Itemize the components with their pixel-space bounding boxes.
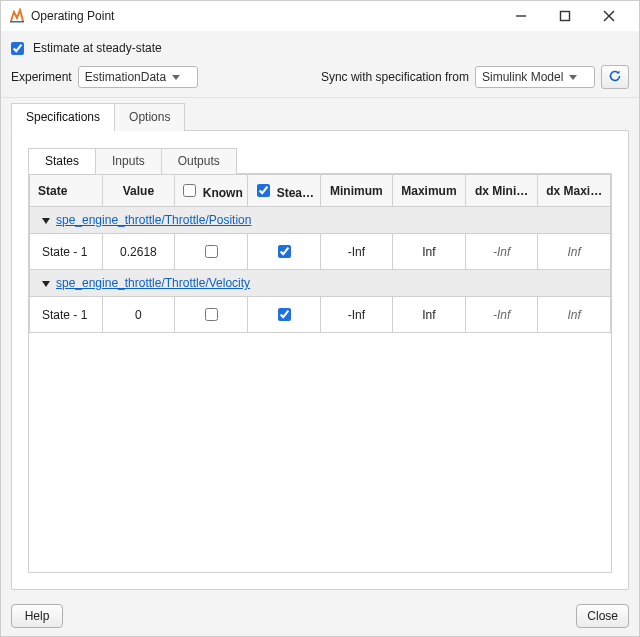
col-steady[interactable]: Stea… [247,175,320,207]
state-row: State - 10.2618-InfInf-InfInf [30,234,611,270]
known-checkbox[interactable] [205,245,218,258]
sync-label: Sync with specification from [321,70,469,84]
maximize-button[interactable] [543,1,587,31]
sync-button[interactable] [601,65,629,89]
close-button-label: Close [587,609,618,623]
outer-tabstrip: Specifications Options [1,102,639,130]
window-title: Operating Point [31,9,114,23]
state-group-row[interactable]: spe_engine_throttle/Throttle/Position [30,207,611,234]
tab-inputs-label: Inputs [112,154,145,168]
state-group-link[interactable]: spe_engine_throttle/Throttle/Position [56,213,251,227]
col-dxmin[interactable]: dx Mini… [465,175,538,207]
cell-steady [247,297,320,333]
close-window-button[interactable] [587,1,631,31]
disclose-triangle-icon [42,218,50,224]
state-group-row[interactable]: spe_engine_throttle/Throttle/Velocity [30,270,611,297]
known-checkbox[interactable] [205,308,218,321]
cell-maximum[interactable]: Inf [393,234,466,270]
tab-outputs-label: Outputs [178,154,220,168]
refresh-icon [607,68,623,87]
steady-checkbox[interactable] [278,308,291,321]
experiment-dropdown-value: EstimationData [85,70,166,84]
estimate-steady-state-label: Estimate at steady-state [33,41,162,55]
help-button-label: Help [25,609,50,623]
tab-inputs[interactable]: Inputs [95,148,162,174]
svg-rect-0 [10,21,24,23]
chevron-down-icon [569,75,577,80]
cell-value[interactable]: 0.2618 [102,234,175,270]
state-group-link[interactable]: spe_engine_throttle/Throttle/Velocity [56,276,250,290]
col-state[interactable]: State [30,175,103,207]
steady-checkbox[interactable] [278,245,291,258]
cell-dxmin[interactable]: -Inf [465,234,538,270]
cell-value[interactable]: 0 [102,297,175,333]
table-header-row: State Value Known Stea… Minimum Maximum … [30,175,611,207]
sync-source-dropdown[interactable]: Simulink Model [475,66,595,88]
col-value[interactable]: Value [102,175,175,207]
minimize-button[interactable] [499,1,543,31]
estimate-steady-state-checkbox[interactable] [11,42,24,55]
cell-steady [247,234,320,270]
disclose-triangle-icon [42,281,50,287]
form-area: Estimate at steady-state Experiment Esti… [1,31,639,98]
tab-specifications[interactable]: Specifications [11,103,115,131]
steady-header-checkbox[interactable] [257,184,270,197]
experiment-label: Experiment [11,70,72,84]
cell-state-name: State - 1 [30,297,103,333]
tab-outputs[interactable]: Outputs [161,148,237,174]
experiment-dropdown[interactable]: EstimationData [78,66,198,88]
col-minimum[interactable]: Minimum [320,175,393,207]
footer: Help Close [1,596,639,636]
sync-source-dropdown-value: Simulink Model [482,70,563,84]
states-panel: State Value Known Stea… Minimum Maximum … [28,173,612,573]
cell-dxmin[interactable]: -Inf [465,297,538,333]
app-icon [9,8,25,24]
tab-options-label: Options [129,110,170,124]
cell-dxmax[interactable]: Inf [538,297,611,333]
col-steady-label: Stea… [277,186,314,200]
titlebar: Operating Point [1,1,639,31]
col-known[interactable]: Known [175,175,248,207]
cell-dxmax[interactable]: Inf [538,234,611,270]
specifications-panel: States Inputs Outputs State Value Kno [11,130,629,590]
inner-tabstrip: States Inputs Outputs [28,147,612,173]
col-known-label: Known [203,186,243,200]
tab-specifications-label: Specifications [26,110,100,124]
cell-known [175,234,248,270]
tab-states[interactable]: States [28,148,96,174]
state-row: State - 10-InfInf-InfInf [30,297,611,333]
cell-known [175,297,248,333]
col-dxmax[interactable]: dx Maxi… [538,175,611,207]
cell-minimum[interactable]: -Inf [320,234,393,270]
col-maximum[interactable]: Maximum [393,175,466,207]
tab-options[interactable]: Options [114,103,185,131]
window: Operating Point Estimate at steady-state… [0,0,640,637]
cell-minimum[interactable]: -Inf [320,297,393,333]
cell-maximum[interactable]: Inf [393,297,466,333]
chevron-down-icon [172,75,180,80]
known-header-checkbox[interactable] [183,184,196,197]
help-button[interactable]: Help [11,604,63,628]
svg-rect-2 [561,12,570,21]
states-table: State Value Known Stea… Minimum Maximum … [29,174,611,333]
close-button[interactable]: Close [576,604,629,628]
cell-state-name: State - 1 [30,234,103,270]
tab-states-label: States [45,154,79,168]
